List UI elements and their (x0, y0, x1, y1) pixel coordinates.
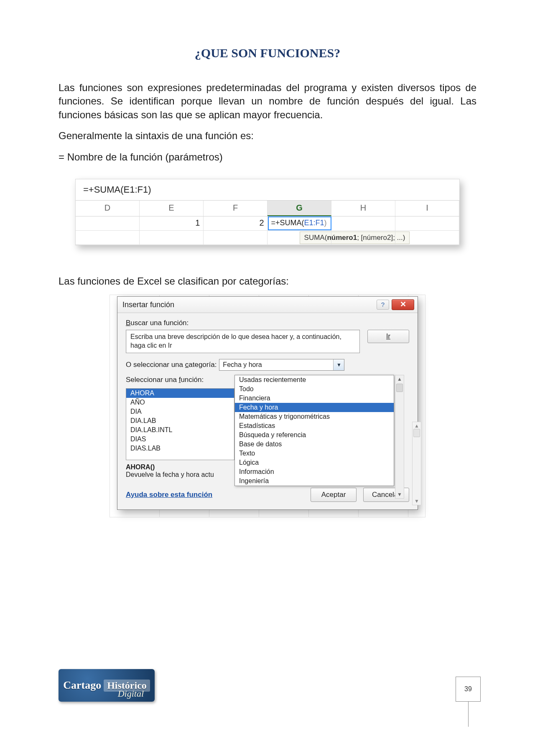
col-header-h[interactable]: H (331, 201, 395, 216)
function-item-ahora[interactable]: AHORA (126, 389, 234, 398)
function-item[interactable]: DIA (126, 407, 234, 416)
col-header-d[interactable]: D (76, 201, 140, 216)
category-selected-value: Fecha y hora (219, 361, 333, 369)
cell-e2[interactable] (140, 231, 204, 244)
col-header-i[interactable]: I (395, 201, 459, 216)
category-option-selected[interactable]: Fecha y hora (235, 403, 394, 412)
grid-row-2 (76, 231, 459, 245)
cell-d2[interactable] (76, 231, 140, 244)
logo-word1: Cartago (63, 679, 101, 692)
function-description: Devuelve la fecha y hora actu (126, 471, 214, 478)
category-option[interactable]: Base de datos (235, 440, 394, 449)
excel-screenshot: =+SUMA(E1:F1) D E F G H I 1 2 =+SUMA(E1:… (75, 179, 460, 245)
close-icon: ✕ (400, 300, 406, 308)
function-signature: AHORA() (126, 463, 155, 471)
cell-g2[interactable] (268, 231, 331, 244)
help-button[interactable]: ? (377, 300, 389, 310)
cell-i1[interactable] (395, 216, 459, 230)
outer-scroll-thumb[interactable] (413, 429, 420, 437)
cell-i2[interactable] (395, 231, 459, 244)
scroll-up-icon[interactable]: ▲ (414, 423, 419, 429)
function-item[interactable]: DIA.LAB (126, 416, 234, 425)
brand-logo: Cartago Histórico Digital (59, 669, 155, 702)
category-option[interactable]: Lógica (235, 458, 394, 467)
logo-subtitle: Digital (118, 688, 144, 699)
formula-bar[interactable]: =+SUMA(E1:F1) (76, 179, 459, 201)
paragraph-categories: Las funciones de Excel se clasifican por… (59, 275, 476, 288)
paragraph-intro: Las funciones son expresiones predetermi… (59, 81, 476, 122)
col-header-f[interactable]: F (204, 201, 268, 216)
category-option[interactable]: Financiera (235, 394, 394, 403)
category-label: O seleccionar una categoría: (126, 361, 217, 369)
category-option[interactable]: Matemáticas y trigonométricas (235, 412, 394, 421)
cell-g1-range: E1:F1 (304, 219, 324, 227)
search-label: Buscar una función: (126, 319, 409, 327)
accept-button[interactable]: Aceptar (311, 488, 357, 502)
scroll-thumb[interactable] (396, 384, 403, 392)
col-header-g[interactable]: G (268, 201, 331, 216)
column-header-row: D E F G H I (76, 201, 459, 216)
cell-g1-suffix: ) (324, 219, 327, 227)
scroll-down-icon[interactable]: ▼ (414, 498, 419, 504)
function-detail: AHORA() Devuelve la fecha y hora actu (126, 463, 234, 479)
dropdown-scrollbar[interactable]: ▲ ▼ (395, 375, 404, 499)
col-header-e[interactable]: E (140, 201, 204, 216)
dialog-titlebar[interactable]: Insertar función ? ✕ (117, 297, 418, 313)
category-dropdown-list[interactable]: Usadas recientemente Todo Financiera Fec… (234, 375, 394, 486)
scroll-down-icon[interactable]: ▼ (397, 491, 402, 497)
function-item[interactable]: DIAS (126, 435, 234, 444)
function-item[interactable]: DIAS.LAB (126, 444, 234, 453)
page-title: ¿QUE SON FUNCIONES? (59, 46, 476, 60)
paragraph-syntax-lead: Generalmente la sintaxis de una función … (59, 129, 476, 143)
category-option[interactable]: Usadas recientemente (235, 375, 394, 384)
category-option[interactable]: Información (235, 467, 394, 476)
go-button[interactable]: Ir (367, 330, 409, 343)
page-number: 39 (456, 677, 481, 702)
function-item[interactable]: DIA.LAB.INTL (126, 425, 234, 435)
cell-h2[interactable] (331, 231, 395, 244)
cell-e1[interactable]: 1 (140, 216, 204, 230)
function-item[interactable]: AÑO (126, 398, 234, 407)
close-button[interactable]: ✕ (392, 299, 414, 310)
search-input[interactable]: Escriba una breve descripción de lo que … (126, 330, 360, 353)
cell-h1[interactable] (331, 216, 395, 230)
dialog-title: Insertar función (122, 300, 174, 309)
help-link[interactable]: Ayuda sobre esta función (126, 491, 212, 499)
category-option[interactable]: Búsqueda y referencia (235, 430, 394, 440)
cell-f2[interactable] (204, 231, 268, 244)
category-option[interactable]: Todo (235, 384, 394, 394)
insert-function-dialog: Insertar función ? ✕ Buscar una función:… (117, 296, 418, 510)
outer-scrollbar[interactable]: ▲ ▼ (412, 422, 421, 505)
grid-row-1: 1 2 =+SUMA(E1:F1) SUMA(número1; [número2… (76, 216, 459, 231)
cell-g1-prefix: =+SUMA( (271, 219, 304, 227)
cell-f1[interactable]: 2 (204, 216, 268, 230)
category-option[interactable]: Texto (235, 449, 394, 458)
paragraph-syntax: = Nombre de la función (parámetros) (59, 150, 476, 164)
scroll-up-icon[interactable]: ▲ (397, 376, 402, 382)
category-option[interactable]: Estadísticas (235, 421, 394, 430)
page-number-stem (468, 702, 469, 727)
category-select[interactable]: Fecha y hora ▼ (219, 359, 344, 371)
dropdown-arrow-icon[interactable]: ▼ (333, 359, 344, 370)
function-listbox[interactable]: AHORA AÑO DIA DIA.LAB DIA.LAB.INTL DIAS … (126, 388, 234, 460)
category-option[interactable]: Ingeniería (235, 476, 394, 486)
cell-g1-editing[interactable]: =+SUMA(E1:F1) SUMA(número1; [número2]; .… (268, 216, 331, 230)
cell-d1[interactable] (76, 216, 140, 230)
